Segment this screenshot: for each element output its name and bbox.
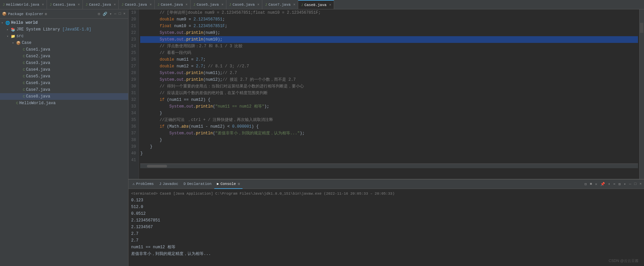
maximize-bottom-button[interactable]: □	[633, 182, 638, 187]
code-line: // 看看一段代码	[140, 50, 638, 56]
code-line: double num12 = 2.7; // 8.1 / 3; //2.7	[140, 63, 638, 70]
tab-close-icon[interactable]: ×	[293, 3, 295, 7]
code-editor[interactable]: // [举例说明]double num9 = 2.1234567851;floa…	[139, 9, 639, 179]
code-line: if (num11 == num12) {	[140, 96, 638, 103]
terminate-button[interactable]: ✕	[594, 182, 598, 187]
close-panel-button[interactable]: ×	[122, 11, 126, 16]
tree-item-case4[interactable]: C Case4.java	[0, 66, 128, 73]
package-explorer-panel: 📦 Package Explorer ⊠ ⊟ 🔗 ▾ — □ × ▾ 🌐 Hel…	[0, 9, 128, 266]
tree-item-label: Case7.java	[26, 87, 50, 92]
tree-item-hello-world[interactable]: ▾ 🌐 Hello world	[0, 19, 128, 26]
tab-case3[interactable]: J Case3.java ×	[119, 0, 155, 9]
bottom-panel-actions: ⊟ ■ ✕ 📌 ⬍ ⬌ ⊞ ▾ — □ ×	[584, 182, 643, 187]
java-file-icon: C	[23, 68, 25, 72]
tree-item-case3[interactable]: C Case3.java	[0, 60, 128, 66]
console-line-3: 0.0512	[131, 210, 641, 217]
tab-close-icon[interactable]: ×	[42, 3, 44, 7]
project-icon: 🌐	[5, 21, 10, 25]
java-file-icon: C	[23, 74, 25, 78]
tree-item-case-pkg[interactable]: ▾ 📦 Case	[0, 40, 128, 46]
tree-item-case5[interactable]: C Case5.java	[0, 73, 128, 80]
tab-case8[interactable]: J Case8.java ×	[298, 0, 334, 9]
java-file-icon: C	[23, 88, 25, 92]
tree-item-label: HelloWorld.java	[19, 101, 56, 106]
package-explorer-icon: 📦	[2, 12, 7, 16]
bottom-tab-bar: ⚠ Problems J Javadoc D Declaration ▶ Con…	[128, 180, 644, 189]
tab-close-icon[interactable]: ×	[329, 3, 331, 7]
tree-item-jre[interactable]: ▸ 📚 JRE System Library [JavaSE-1.8]	[0, 26, 128, 33]
tree-arrow: ▾	[1, 21, 5, 25]
minimize-button[interactable]: —	[113, 11, 117, 16]
tab-close-icon[interactable]: ×	[257, 3, 259, 7]
tree-item-helloworld[interactable]: C HelloWorld.java	[0, 100, 128, 107]
tab-case5[interactable]: J Case5.java ×	[191, 0, 226, 9]
code-line: System.out.println("num11 == num12 相等");	[140, 103, 638, 110]
tree-item-case6[interactable]: C Case6.java	[0, 80, 128, 86]
tree-item-case7[interactable]: C Case7.java	[0, 86, 128, 93]
maximize-button[interactable]: □	[118, 11, 122, 16]
vertical-scrollbar-mini[interactable]	[639, 9, 644, 179]
horizontal-scrollbar[interactable]	[140, 163, 638, 168]
code-line: System.out.println(num10);	[140, 36, 638, 43]
editor-tab-bar: J HelloWorld.java × J Case1.java × J Cas…	[0, 0, 644, 9]
code-line: System.out.println(num12);// 接近 2.7 的一个小…	[140, 76, 638, 83]
tab-close-icon[interactable]: ×	[114, 3, 116, 7]
tree-item-case8[interactable]: C Case8.java	[0, 93, 128, 100]
tab-declaration[interactable]: D Declaration	[181, 180, 214, 189]
tab-case1[interactable]: J Case1.java ×	[47, 0, 83, 9]
library-icon: 📚	[11, 27, 15, 32]
java-file-icon: J	[157, 3, 159, 7]
tab-console[interactable]: ▶ Console ⊠	[214, 180, 243, 189]
console-line-7: 2.7	[131, 237, 641, 244]
tab-close-icon[interactable]: ×	[150, 3, 152, 7]
console-line-6: 2.7	[131, 230, 641, 237]
pin-button[interactable]: 📌	[599, 182, 606, 187]
package-tree: ▾ 🌐 Hello world ▸ 📚 JRE System Library […	[0, 19, 128, 266]
tree-item-case2[interactable]: C Case2.java	[0, 53, 128, 60]
tree-item-case1[interactable]: C Case1.java	[0, 46, 128, 53]
tab-close-icon[interactable]: ×	[221, 3, 223, 7]
code-line: //正确的写法 ，ctrl + / 注释快捷键，再次输入就取消注释	[140, 117, 638, 123]
code-line: double num9 = 2.1234567851;	[140, 16, 638, 23]
java-file-icon: J	[121, 3, 123, 7]
bottom-panel: ⚠ Problems J Javadoc D Declaration ▶ Con…	[128, 179, 644, 266]
code-line	[140, 157, 638, 163]
tree-item-label: Case4.java	[26, 67, 50, 72]
java-file-icon: C	[23, 48, 25, 52]
tab-helloworld[interactable]: J HelloWorld.java ×	[0, 0, 47, 9]
java-file-icon: J	[265, 3, 267, 7]
stop-button[interactable]: ■	[589, 182, 593, 187]
problems-icon: ⚠	[132, 182, 135, 186]
main-layout: 📦 Package Explorer ⊠ ⊟ 🔗 ▾ — □ × ▾ 🌐 Hel…	[0, 9, 644, 266]
console-action1[interactable]: ⬍	[607, 182, 611, 187]
java-file-icon: C	[23, 94, 25, 98]
console-menu[interactable]: ▾	[623, 182, 627, 187]
code-line: // 得到一个重要的使用点：当我们对运算结果是小数的进行相等判断是，要小心	[140, 83, 638, 90]
link-editor-button[interactable]: 🔗	[102, 11, 108, 16]
line-numbers: 19 20 21 22 23 24 25 26 27 28 29 30 31 3…	[128, 9, 139, 179]
view-menu-button[interactable]: ▾	[109, 11, 113, 16]
console-action2[interactable]: ⬌	[612, 182, 616, 187]
tab-case7[interactable]: J Case7.java ×	[262, 0, 298, 9]
close-bottom-button[interactable]: ×	[638, 182, 643, 187]
tab-problems[interactable]: ⚠ Problems	[130, 180, 156, 189]
tab-case2[interactable]: J Case2.java ×	[83, 0, 119, 9]
java-file-icon: J	[50, 3, 52, 7]
java-file-icon: C	[23, 81, 25, 85]
tree-item-src[interactable]: ▾ 📁 src	[0, 33, 128, 40]
console-terminated-header: <terminated> Case8 [Java Application] C:…	[131, 190, 641, 197]
tab-close-icon[interactable]: ×	[78, 3, 80, 7]
minimize-bottom-button[interactable]: —	[628, 182, 632, 187]
javadoc-icon: J	[159, 182, 161, 186]
collapse-all-button[interactable]: ⊟	[97, 11, 101, 16]
code-line: }	[140, 143, 638, 150]
java-file-icon: C	[23, 61, 25, 65]
clear-console-button[interactable]: ⊟	[584, 182, 588, 187]
tab-case4[interactable]: J Case4.java ×	[155, 0, 191, 9]
tab-javadoc[interactable]: J Javadoc	[156, 180, 181, 189]
code-line: // [举例说明]double num9 = 2.1234567851;floa…	[140, 9, 638, 16]
tab-case6[interactable]: J Case6.java ×	[226, 0, 262, 9]
tab-close-icon[interactable]: ×	[185, 3, 187, 7]
console-action3[interactable]: ⊞	[618, 182, 622, 187]
code-line: System.out.println("差值非常小，到我的规定精度，认为相等..…	[140, 130, 638, 137]
